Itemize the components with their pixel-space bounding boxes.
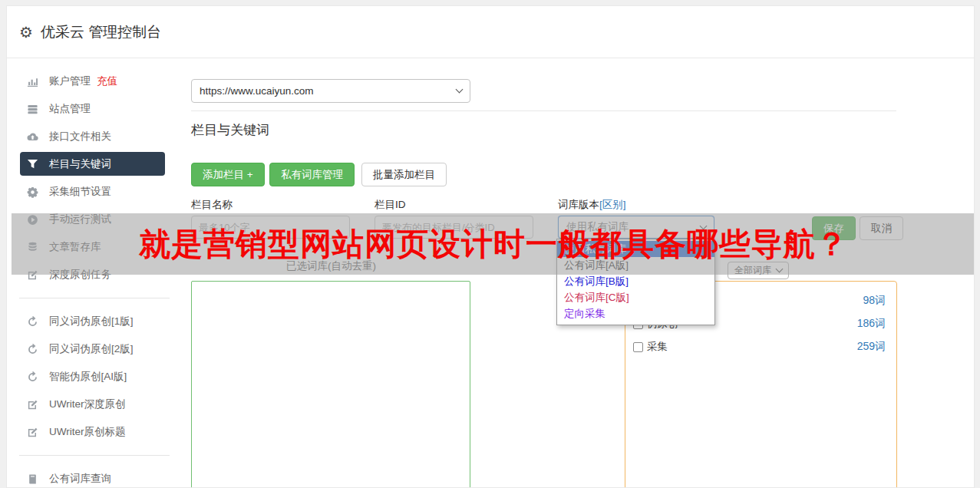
recharge-badge[interactable]: 充值 [97,74,117,88]
filter-icon [26,158,38,170]
column-name-label: 栏目名称 [191,198,233,212]
column-id-label: 栏目ID [375,198,406,212]
private-thesaurus-button[interactable]: 私有词库管理 [269,163,355,186]
gear-icon: ⚙ [19,23,33,41]
sidebar-item-ai-rewrite[interactable]: 智能伪原创[AI版] [20,363,165,391]
sidebar-item-label: 账户管理 [49,74,91,88]
app-header: ⚙ 优采云 管理控制台 [7,6,974,58]
chevron-down-icon [456,86,464,94]
selected-thesaurus-textarea[interactable] [191,281,470,488]
sidebar-item-collection-detail-settings[interactable]: 采集细节设置 [20,178,165,206]
sidebar-item-label: 同义词伪原创[2版] [49,342,134,356]
word-count: 186词 [857,317,886,331]
sidebar-item-label: 站点管理 [49,102,91,116]
dropdown-option[interactable]: 公有词库[B版] [557,273,714,289]
sidebar-menu: 账户管理充值站点管理接口文件相关栏目与关键词采集细节设置手动运行测试文章暂存库深… [7,68,182,488]
sidebar-item-label: 公有词库查询 [49,472,111,486]
cloud-upload-icon [26,130,38,143]
thesaurus-row: 采集259词 [625,335,896,358]
add-column-button[interactable]: 添加栏目 + [191,163,265,186]
overlay-caption: 就是营销型网站网页设计时一般都具备哪些导航？ [139,223,848,265]
sidebar-item-label: 栏目与关键词 [49,157,111,171]
sidebar-item-synonym-rewrite-v2[interactable]: 同义词伪原创[2版] [20,335,165,363]
edit-icon [26,426,38,438]
thesaurus-version-label: 词库版本[区别] [558,198,626,212]
sidebar-item-public-thesaurus-query[interactable]: 公有词库查询 [20,465,165,488]
sidebar-divider [19,298,170,298]
word-count: 259词 [857,340,886,354]
sidebar-item-columns-keywords[interactable]: 栏目与关键词 [20,152,165,176]
sidebar-item-account-management[interactable]: 账户管理充值 [20,68,165,95]
sidebar-item-label: 同义词伪原创[1版] [49,315,134,328]
app-window: ⚙ 优采云 管理控制台 账户管理充值站点管理接口文件相关栏目与关键词采集细节设置… [6,5,975,488]
refresh-icon [26,371,38,383]
dropdown-option[interactable]: 公有词库[C版] [557,289,714,305]
sidebar-item-label: 接口文件相关 [49,130,111,143]
word-count: 98词 [863,294,886,308]
refresh-icon [26,343,38,355]
app-title: 优采云 管理控制台 [41,22,161,42]
sidebar-item-uwriter-deep-original[interactable]: UWriter深度原创 [20,391,165,418]
divider [191,110,896,111]
gears-icon [26,186,38,198]
difference-link[interactable]: [区别] [599,199,626,210]
site-url-value: https://www.ucaiyun.com [200,85,457,97]
thesaurus-row-label: 采集 [647,340,668,354]
site-url-select[interactable]: https://www.ucaiyun.com [191,79,470,103]
gray-overlay-banner: 就是营销型网站网页设计时一般都具备哪些导航？ [12,213,975,275]
sidebar-divider [19,455,170,456]
thesaurus-checkbox[interactable] [633,342,643,352]
bar-chart-icon [26,75,38,87]
dropdown-option[interactable]: 定向采集 [557,305,714,321]
book-icon [26,473,38,485]
sidebar-item-label: UWriter原创标题 [49,425,126,439]
server-icon [26,103,38,115]
sidebar-item-site-management[interactable]: 站点管理 [20,95,165,123]
sidebar-item-interface-files[interactable]: 接口文件相关 [20,123,165,150]
edit-icon [26,398,38,411]
sidebar-item-label: UWriter深度原创 [49,397,126,411]
sidebar-item-uwriter-original-title[interactable]: UWriter原创标题 [20,418,165,446]
batch-add-button[interactable]: 批量添加栏目 [361,163,447,186]
sidebar-item-label: 智能伪原创[AI版] [49,370,127,384]
sidebar-item-label: 采集细节设置 [49,185,111,199]
sidebar-item-synonym-rewrite-v1[interactable]: 同义词伪原创[1版] [20,308,165,335]
page-title: 栏目与关键词 [191,121,269,139]
refresh-icon [26,315,38,328]
